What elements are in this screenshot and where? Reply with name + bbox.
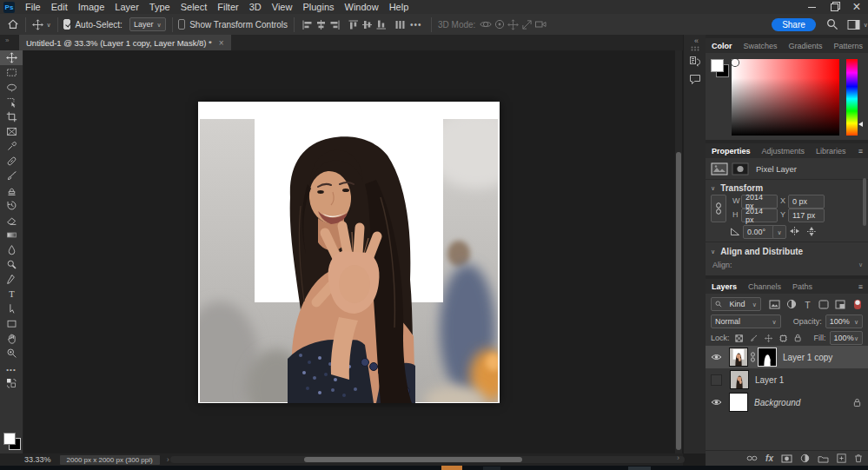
tool-lasso[interactable]: [0, 80, 23, 95]
align-collapse-icon[interactable]: ∨: [711, 248, 715, 255]
foreground-background-colors[interactable]: [3, 433, 21, 450]
tab-channels[interactable]: Channels: [748, 282, 781, 291]
layer-thumbnail[interactable]: [730, 370, 749, 389]
tool-pen[interactable]: [0, 272, 23, 287]
align-vertical-centers-icon[interactable]: [361, 17, 374, 32]
tab-libraries[interactable]: Libraries: [816, 147, 846, 156]
lock-transparency-icon[interactable]: [735, 334, 743, 343]
tool-rectangle-shape[interactable]: [0, 316, 23, 331]
opacity-field[interactable]: 100%∨: [825, 314, 863, 328]
layer-thumbnail[interactable]: [729, 393, 748, 412]
document-tab-close-icon[interactable]: ×: [219, 38, 224, 48]
toolbar-expand-icon[interactable]: »: [5, 36, 9, 44]
tool-clone-stamp[interactable]: [0, 183, 23, 198]
rotation-field[interactable]: 0.00°: [743, 225, 776, 239]
move-tool-icon[interactable]: [32, 19, 43, 30]
menu-item-view[interactable]: View: [267, 0, 298, 14]
distribute-horizontal-icon[interactable]: [393, 17, 407, 32]
color-picker-marker[interactable]: [732, 59, 739, 66]
tool-type[interactable]: T: [0, 287, 23, 301]
filter-adjustment-layers-icon[interactable]: [786, 299, 797, 309]
menu-item-select[interactable]: Select: [176, 0, 213, 14]
properties-panel-menu-icon[interactable]: ≡: [858, 147, 863, 156]
workspace-chevron-icon[interactable]: ∨: [864, 22, 868, 28]
tab-gradients[interactable]: Gradients: [789, 42, 823, 50]
menu-item-image[interactable]: Image: [73, 0, 110, 14]
tool-gradient[interactable]: [0, 228, 23, 242]
layer-filter-toggle[interactable]: [853, 299, 862, 310]
mask-properties-icon[interactable]: [732, 162, 749, 175]
scroll-right-icon[interactable]: ›: [677, 453, 679, 462]
hue-slider-pointer[interactable]: [858, 122, 863, 127]
menu-item-layer[interactable]: Layer: [109, 0, 144, 14]
taskbar-active-app-indicator[interactable]: [441, 466, 462, 470]
fill-field[interactable]: 100%∨: [830, 331, 863, 345]
link-layers-icon[interactable]: [746, 454, 758, 462]
tool-spot-healing-brush[interactable]: [0, 154, 23, 169]
search-icon[interactable]: [826, 18, 838, 30]
taskbar-item[interactable]: [483, 467, 500, 470]
visibility-eye-icon[interactable]: [711, 397, 722, 407]
layer-filter-kind-dropdown[interactable]: Kind∨: [711, 297, 761, 311]
dock-grip-icon[interactable]: [691, 46, 699, 51]
filter-shape-layers-icon[interactable]: [818, 300, 829, 309]
panel-foreground-color-swatch[interactable]: [711, 59, 724, 72]
document-info[interactable]: 2000 px x 2000 px (300 ppi): [60, 455, 160, 465]
tab-swatches[interactable]: Swatches: [744, 42, 778, 50]
tool-frame[interactable]: [0, 124, 23, 139]
mask-link-icon[interactable]: [750, 352, 756, 362]
more-align-options-icon[interactable]: •••: [410, 20, 422, 30]
lock-position-icon[interactable]: [765, 334, 772, 343]
new-group-icon[interactable]: [818, 454, 829, 463]
taskbar-item[interactable]: [628, 467, 651, 470]
layer-style-fx-icon[interactable]: fx: [765, 454, 773, 463]
add-adjustment-layer-icon[interactable]: [800, 453, 810, 463]
history-panel-icon[interactable]: [687, 54, 703, 70]
align-bottom-edges-icon[interactable]: [374, 17, 388, 32]
layer-row-layer-1[interactable]: Layer 1: [706, 368, 868, 391]
minimize-button[interactable]: [800, 0, 823, 14]
auto-select-target-dropdown[interactable]: Layer∨: [129, 17, 166, 31]
color-saturation-field[interactable]: [732, 59, 839, 136]
delete-layer-icon[interactable]: [854, 453, 863, 463]
share-button[interactable]: Share: [772, 18, 816, 31]
tool-eyedropper[interactable]: [0, 139, 23, 154]
show-transform-controls-checkbox[interactable]: [178, 19, 185, 30]
layer-row-background[interactable]: Background: [706, 391, 868, 414]
tab-layers[interactable]: Layers: [712, 282, 737, 291]
tool-crop[interactable]: [0, 109, 23, 124]
tool-blur[interactable]: [0, 242, 23, 257]
home-icon[interactable]: [7, 18, 19, 30]
height-field[interactable]: 2014 px: [741, 209, 778, 222]
flip-horizontal-icon[interactable]: [789, 226, 800, 236]
tab-patterns[interactable]: Patterns: [834, 42, 864, 50]
tab-paths[interactable]: Paths: [792, 282, 812, 291]
lock-all-icon[interactable]: [794, 333, 801, 343]
menu-item-window[interactable]: Window: [340, 0, 384, 14]
foreground-color-swatch[interactable]: [3, 433, 16, 445]
tool-hand[interactable]: [0, 331, 23, 346]
menu-item-3d[interactable]: 3D: [244, 0, 267, 14]
layer-row-layer-1-copy[interactable]: Layer 1 copy: [706, 346, 868, 368]
align-right-edges-icon[interactable]: [328, 17, 341, 32]
tool-brush[interactable]: [0, 169, 23, 183]
tool-object-selection[interactable]: [0, 95, 23, 109]
add-layer-mask-icon[interactable]: [781, 454, 792, 463]
menu-item-edit[interactable]: Edit: [46, 0, 73, 14]
close-button[interactable]: ×: [845, 0, 868, 14]
tool-eraser[interactable]: [0, 213, 23, 228]
zoom-level[interactable]: 33.33%: [24, 455, 51, 464]
auto-select-checkbox[interactable]: [63, 19, 70, 30]
vertical-scrollbar[interactable]: [675, 50, 682, 453]
vertical-scrollbar-thumb[interactable]: [676, 152, 681, 450]
tab-adjustments[interactable]: Adjustments: [762, 147, 805, 156]
menu-item-filter[interactable]: Filter: [212, 0, 243, 14]
tab-color[interactable]: Color: [712, 42, 732, 50]
flip-vertical-icon[interactable]: [806, 226, 817, 237]
status-expand-icon[interactable]: ›: [167, 455, 169, 464]
rotation-dropdown-icon[interactable]: ∨: [772, 225, 786, 239]
new-layer-icon[interactable]: [837, 453, 846, 463]
menu-item-file[interactable]: File: [20, 0, 46, 14]
menu-item-type[interactable]: Type: [144, 0, 176, 14]
tool-zoom[interactable]: [0, 346, 23, 361]
